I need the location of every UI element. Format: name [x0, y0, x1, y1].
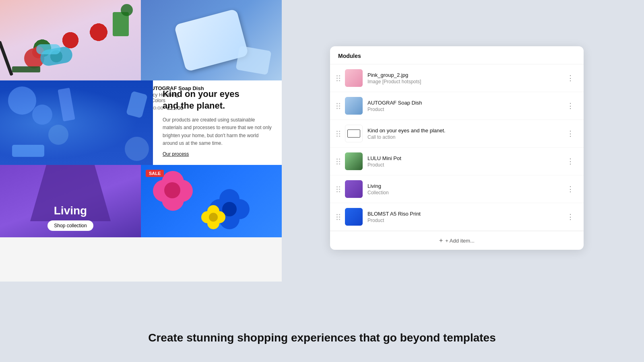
module-item[interactable]: LULU Mini Pot Product ⋮ [330, 148, 584, 175]
module-info: Pink_group_2.jpg Image [Product hotspots… [367, 72, 559, 84]
module-name: Living [367, 183, 559, 189]
sale-badge: SALE [146, 170, 164, 177]
module-type: Product [367, 162, 559, 168]
add-item-button[interactable]: + + Add item... [330, 231, 584, 250]
module-menu-button[interactable]: ⋮ [564, 184, 577, 194]
module-thumbnail [345, 208, 363, 226]
module-items-list: Pink_group_2.jpg Image [Product hotspots… [330, 64, 584, 231]
drag-handle[interactable] [336, 214, 340, 220]
module-info: AUTOGRAF Soap Dish Product [367, 100, 559, 112]
module-menu-button[interactable]: ⋮ [564, 101, 577, 111]
sale-panel: SALE [141, 165, 282, 237]
cta-body: Our products are created using sustainab… [163, 116, 272, 147]
module-info: LULU Mini Pot Product [367, 155, 559, 168]
cta-image [0, 80, 153, 165]
module-name: AUTOGRAF Soap Dish [367, 100, 559, 106]
drag-handle[interactable] [336, 75, 340, 81]
cta-link[interactable]: Our process [163, 151, 272, 157]
modules-panel: Modules Pink_group_2.jpg Image [Product … [330, 46, 584, 250]
plus-icon: + [439, 237, 443, 244]
drag-handle[interactable] [336, 131, 340, 137]
module-menu-button[interactable]: ⋮ [564, 128, 577, 139]
cta-text: Kind on your eyesand the planet. Our pro… [153, 80, 282, 165]
soap-dish-image [141, 0, 282, 80]
bottom-row: Living Shop collection SALE [0, 165, 282, 237]
module-name: Pink_group_2.jpg [367, 72, 559, 78]
module-info: Living Collection [367, 183, 559, 195]
module-item[interactable]: Pink_group_2.jpg Image [Product hotspots… [330, 64, 584, 92]
module-type: Product [367, 218, 559, 223]
module-thumbnail [345, 180, 363, 198]
module-name: BLOMST A5 Riso Print [367, 211, 559, 217]
module-thumbnail [345, 125, 363, 142]
module-thumbnail [345, 97, 363, 115]
storefront-preview: AUTOGRAF Soap Dish Lucy Holdberg 3 Color… [0, 0, 282, 282]
drag-handle[interactable] [336, 186, 340, 192]
module-name: Kind on your eyes and the planet. [367, 128, 559, 134]
module-name: LULU Mini Pot [367, 155, 559, 161]
module-type: Call to action [367, 134, 559, 140]
module-thumbnail [345, 152, 363, 170]
cta-headline: Kind on your eyesand the planet. [163, 88, 272, 111]
module-menu-button[interactable]: ⋮ [564, 73, 577, 83]
drag-handle[interactable] [336, 103, 340, 109]
module-info: Kind on your eyes and the planet. Call t… [367, 128, 559, 140]
module-menu-button[interactable]: ⋮ [564, 156, 577, 167]
module-item[interactable]: Kind on your eyes and the planet. Call t… [330, 120, 584, 148]
module-thumbnail [345, 69, 363, 87]
module-item[interactable]: Living Collection ⋮ [330, 175, 584, 203]
modules-header: Modules [330, 46, 584, 64]
module-item[interactable]: BLOMST A5 Riso Print Product ⋮ [330, 203, 584, 231]
module-menu-button[interactable]: ⋮ [564, 212, 577, 222]
module-type: Collection [367, 190, 559, 195]
living-collection-panel: Living Shop collection [0, 165, 141, 237]
bottom-tagline: Create stunning shopping experiences tha… [0, 314, 644, 362]
living-title: Living [54, 204, 87, 217]
module-type: Product [367, 107, 559, 112]
drag-handle[interactable] [336, 158, 340, 165]
cta-section: Kind on your eyesand the planet. Our pro… [0, 80, 282, 165]
module-info: BLOMST A5 Riso Print Product [367, 211, 559, 223]
product-image-1 [0, 0, 141, 80]
module-item[interactable]: AUTOGRAF Soap Dish Product ⋮ [330, 92, 584, 120]
shop-collection-button[interactable]: Shop collection [47, 220, 93, 231]
tagline-text: Create stunning shopping experiences tha… [148, 331, 495, 344]
module-type: Image [Product hotspots] [367, 79, 559, 84]
add-item-label: + Add item... [445, 238, 475, 244]
